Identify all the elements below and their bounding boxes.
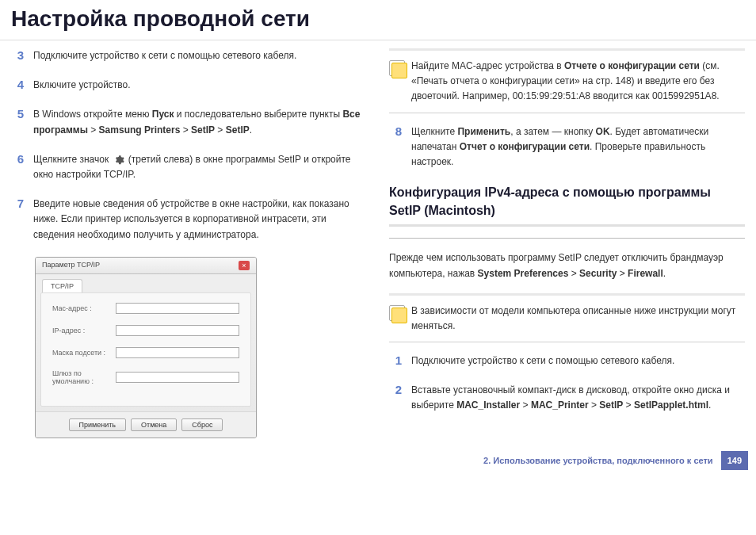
dialog-buttons: ПрименитьОтменаСброс [36,411,256,438]
step-2: 2Вставьте установочный компакт-диск в ди… [389,383,745,413]
field-row: Шлюз по умолчанию : [52,369,239,385]
dialog-button[interactable]: Отмена [131,418,177,431]
dialog-button[interactable]: Сброс [181,418,223,431]
field-input[interactable] [116,325,239,336]
step-number: 7 [11,197,24,210]
paragraph: Прежде чем использовать программу SetIP … [389,250,745,282]
close-icon[interactable]: × [239,261,250,270]
step-7: 7Введите новые сведения об устройстве в … [11,197,367,243]
step-text: Включите устройство. [33,78,367,93]
field-input[interactable] [116,347,239,358]
note-icon [389,305,405,321]
note-icon [389,60,405,76]
field-label: Маска подсети : [52,349,116,357]
dialog-body: Mac-адрес :IP-адрес :Маска подсети :Шлюз… [40,292,251,407]
tab-row: TCP/IP [36,274,256,292]
step-text: Вставьте установочный компакт-диск в дис… [411,383,745,413]
step-number: 2 [389,383,402,396]
step-5: 5В Windows откройте меню Пуск и последов… [11,107,367,137]
step-6: 6Щелкните значок (третий слева) в окне п… [11,152,367,182]
field-label: Шлюз по умолчанию : [52,369,116,385]
step-text: Введите новые сведения об устройстве в о… [33,197,367,243]
field-input[interactable] [116,303,239,314]
field-input[interactable] [116,372,239,383]
page-title: Настройка проводной сети [0,0,756,40]
divider [389,238,745,239]
step-number: 8 [389,124,402,138]
note-text: В зависимости от модели компьютера описа… [411,304,745,334]
dialog-button[interactable]: Применить [69,418,127,431]
left-column: 3Подключите устройство к сети с помощью … [11,48,367,438]
step-number: 4 [11,78,24,91]
note-box: В зависимости от модели компьютера описа… [389,293,745,342]
section-title: Конфигурация IPv4-адреса с помощью прогр… [389,184,745,220]
note-box: Найдите MAC-адрес устройства в Отчете о … [389,48,745,113]
step-number: 6 [11,152,24,166]
footer: 2. Использование устройства, подключенно… [0,446,756,475]
dialog-title-text: Параметр TCP/IP [42,261,100,270]
dialog-titlebar: Параметр TCP/IP× [36,258,256,274]
note-text: Найдите MAC-адрес устройства в Отчете о … [411,59,745,105]
step-4: 4Включите устройство. [11,78,367,93]
tab-tcpip[interactable]: TCP/IP [42,279,82,292]
step-text: В Windows откройте меню Пуск и последова… [33,107,367,137]
step-8: 8Щелкните Применить, а затем — кнопку OK… [389,124,745,170]
field-label: IP-адрес : [52,327,116,334]
step-text: Подключите устройство к сети с помощью с… [411,353,745,369]
step-text: Щелкните значок (третий слева) в окне пр… [33,152,367,182]
right-column: Найдите MAC-адрес устройства в Отчете о … [389,48,745,438]
divider [389,224,745,227]
footer-text: 2. Использование устройства, подключенно… [483,456,713,465]
page-number: 149 [721,451,748,470]
tcpip-dialog: Параметр TCP/IP×TCP/IPMac-адрес :IP-адре… [35,257,257,438]
step-number: 1 [389,353,402,367]
step-number: 5 [11,107,24,120]
content: 3Подключите устройство к сети с помощью … [0,40,756,446]
field-label: Mac-адрес : [52,304,116,312]
step-3: 3Подключите устройство к сети с помощью … [11,48,367,63]
step-number: 3 [11,48,24,62]
field-row: IP-адрес : [52,325,239,336]
gear-icon [113,155,124,166]
field-row: Mac-адрес : [52,303,239,314]
step-text: Подключите устройство к сети с помощью с… [33,48,367,63]
field-row: Маска подсети : [52,347,239,358]
step-text: Щелкните Применить, а затем — кнопку OK.… [411,124,745,170]
step-1: 1Подключите устройство к сети с помощью … [389,353,745,369]
